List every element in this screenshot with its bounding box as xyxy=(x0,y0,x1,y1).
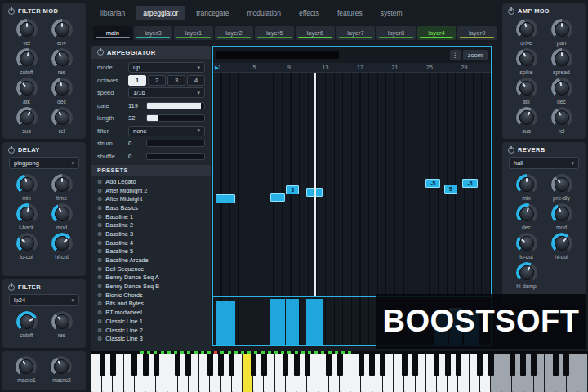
tab-system[interactable]: system xyxy=(373,6,410,20)
layer-tab-layer6[interactable]: layer6 xyxy=(296,26,335,40)
knob-rel[interactable]: rel xyxy=(553,109,571,134)
octave-button-2[interactable]: 2 xyxy=(148,75,166,86)
black-key[interactable] xyxy=(326,354,332,376)
preset-item[interactable]: ⚙Bits and Bytes xyxy=(91,300,211,309)
sequencer-note[interactable]: 5 xyxy=(444,185,457,194)
black-key[interactable] xyxy=(456,354,461,376)
black-key[interactable] xyxy=(380,354,385,376)
preset-item[interactable]: ⚙Bassline Arcade xyxy=(91,256,211,265)
power-icon[interactable] xyxy=(8,284,15,291)
knob-atk[interactable]: atk xyxy=(18,79,36,105)
preset-item[interactable]: ⚙Benny Dance Seq B xyxy=(91,282,211,291)
layer-tab-layer9[interactable]: layer9 xyxy=(457,26,497,40)
octave-button-3[interactable]: 3 xyxy=(167,75,185,86)
octave-button-4[interactable]: 4 xyxy=(187,75,205,86)
preset-item[interactable]: ⚙Bassline 2 xyxy=(91,220,211,229)
preset-item[interactable]: ⚙Classic Line 3 xyxy=(91,334,211,343)
layer-tab-layer4[interactable]: layer4 xyxy=(417,26,457,40)
black-key[interactable] xyxy=(143,354,149,376)
knob-macro1[interactable]: macro1 xyxy=(17,358,36,383)
black-key[interactable] xyxy=(100,354,105,376)
knob-atk[interactable]: atk xyxy=(518,79,536,105)
knob-spike[interactable]: spike xyxy=(518,50,536,75)
knob-mod[interactable]: mod xyxy=(553,205,571,230)
black-key[interactable] xyxy=(305,354,310,376)
black-key[interactable] xyxy=(564,354,569,376)
preset-item[interactable]: ⚙Bass Basics xyxy=(91,203,211,212)
black-key[interactable] xyxy=(283,354,288,376)
black-key[interactable] xyxy=(261,354,267,376)
tab-effects[interactable]: effects xyxy=(292,6,327,20)
delay-mode-select[interactable]: pingpong ▾ xyxy=(9,157,79,169)
black-key[interactable] xyxy=(369,354,375,376)
knob-macro2[interactable]: macro2 xyxy=(52,358,71,383)
knob-hi-damp[interactable]: hi-damp xyxy=(516,264,537,289)
velocity-bar[interactable] xyxy=(306,299,323,345)
preset-item[interactable]: ⚙Classic Line 2 xyxy=(91,326,211,335)
black-key[interactable] xyxy=(207,354,213,376)
preset-item[interactable]: ⚙After Midnight xyxy=(91,194,211,203)
knob-lo-cut[interactable]: lo-cut xyxy=(18,234,36,260)
knob-rel[interactable]: rel xyxy=(53,109,71,134)
knob-cutoff[interactable]: cutoff xyxy=(18,313,36,338)
power-icon[interactable] xyxy=(8,8,15,15)
tab-librarian[interactable]: librarian xyxy=(93,6,132,20)
knob-res[interactable]: res xyxy=(53,313,71,338)
sequencer-note[interactable]: -5 xyxy=(425,179,440,188)
tab-features[interactable]: features xyxy=(330,6,370,20)
black-key[interactable] xyxy=(251,354,256,376)
filter-type-select[interactable]: lp24 ▾ xyxy=(9,294,79,306)
black-key[interactable] xyxy=(477,354,483,376)
black-key[interactable] xyxy=(337,354,343,376)
black-key[interactable] xyxy=(434,354,439,376)
preset-item[interactable]: ⚙BT modwheel xyxy=(91,308,211,317)
preset-item[interactable]: ⚙Benny Dance Seq A xyxy=(91,274,211,283)
black-key[interactable] xyxy=(229,354,234,376)
black-key[interactable] xyxy=(412,354,418,376)
knob-dec[interactable]: dec xyxy=(53,79,71,105)
black-key[interactable] xyxy=(488,354,494,376)
tab-trancegate[interactable]: trancegate xyxy=(189,6,236,20)
black-key[interactable] xyxy=(154,354,159,376)
black-key[interactable] xyxy=(553,354,559,376)
velocity-bar[interactable] xyxy=(286,299,299,345)
knob-spread[interactable]: spread xyxy=(553,50,571,75)
knob-f-back[interactable]: f-back xyxy=(18,205,36,230)
sequencer-note[interactable] xyxy=(270,193,285,202)
knob-lo-cut[interactable]: lo-cut xyxy=(518,234,536,260)
black-key[interactable] xyxy=(359,354,364,376)
preset-item[interactable]: ⚙Bassline 1 xyxy=(91,212,211,221)
preset-item[interactable]: ⚙After Midnight 2 xyxy=(91,186,211,195)
filter-select[interactable]: none▾ xyxy=(128,126,205,136)
layer-tab-layer1[interactable]: layer1 xyxy=(174,26,213,40)
reverb-type-select[interactable]: hall ▾ xyxy=(509,157,579,169)
velocity-bar[interactable] xyxy=(216,301,234,345)
layer-tab-layer7[interactable]: layer7 xyxy=(336,26,376,40)
knob-vel[interactable]: vel xyxy=(18,20,36,46)
speed-select[interactable]: 1/16▾ xyxy=(128,87,205,98)
power-icon[interactable] xyxy=(508,147,514,154)
sequencer-note[interactable] xyxy=(216,194,234,203)
knob-hi-cut[interactable]: hi-cut xyxy=(553,234,571,260)
knob-sus[interactable]: sus xyxy=(518,109,536,134)
power-icon[interactable] xyxy=(97,49,104,56)
black-key[interactable] xyxy=(110,354,116,376)
layer-tab-layer5[interactable]: layer5 xyxy=(255,26,294,40)
preset-item[interactable]: ⚙Classic Line 1 xyxy=(91,317,211,326)
mode-select[interactable]: up▾ xyxy=(128,62,205,73)
knob-cutoff[interactable]: cutoff xyxy=(18,50,36,75)
sequencer-note[interactable]: -5 xyxy=(462,179,479,188)
black-key[interactable] xyxy=(445,354,451,376)
knob-mod[interactable]: mod xyxy=(53,205,71,230)
knob-dec[interactable]: dec xyxy=(518,205,536,230)
octave-button-1[interactable]: 1 xyxy=(128,75,146,86)
black-key[interactable] xyxy=(294,354,300,376)
tab-arpeggiator[interactable]: arpeggiator xyxy=(136,6,185,20)
shuffle-slider[interactable] xyxy=(146,153,205,160)
knob-mix[interactable]: mix xyxy=(18,176,36,201)
layer-tab-layer3[interactable]: layer3 xyxy=(134,26,173,40)
length-slider[interactable] xyxy=(146,114,205,122)
layer-tab-layer2[interactable]: layer2 xyxy=(215,26,254,40)
white-key[interactable] xyxy=(577,354,588,392)
knob-drive[interactable]: drive xyxy=(518,20,536,46)
